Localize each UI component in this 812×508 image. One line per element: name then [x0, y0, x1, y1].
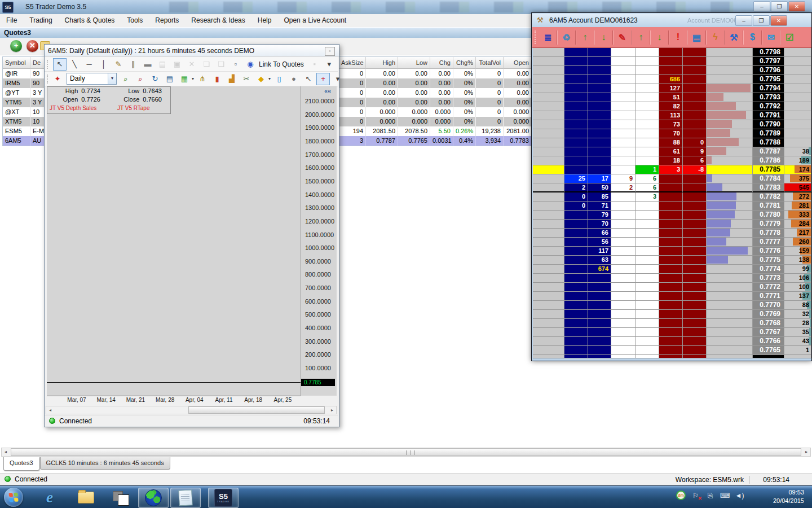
ask-size-cell[interactable] [683, 346, 707, 355]
bid-depth-cell[interactable]: 85 [588, 192, 611, 202]
ask-size-cell[interactable] [683, 301, 707, 310]
toolbar-grip[interactable] [47, 75, 48, 84]
bid-size-cell[interactable] [564, 57, 588, 66]
add-symbol-button[interactable]: + [10, 40, 22, 52]
bid-depth-cell[interactable] [588, 120, 611, 129]
bid-size-cell[interactable] [564, 319, 588, 328]
ask-depth-cell[interactable] [659, 310, 683, 319]
ask-size-cell[interactable] [683, 192, 707, 202]
axis-collapse-icon[interactable]: «« [324, 87, 331, 94]
bid-depth-cell[interactable] [588, 75, 611, 84]
buy-flow-cell[interactable]: 6 [636, 174, 659, 183]
link-to-quotes-icon[interactable]: ◉ [244, 58, 257, 71]
restore-button[interactable]: ❐ [771, 1, 788, 12]
bid-depth-cell[interactable]: 63 [588, 256, 611, 265]
buy-flow-cell[interactable] [636, 229, 659, 238]
buy-flow-cell[interactable]: 1 [636, 165, 659, 174]
tab-gclk5[interactable]: GCLK5 10 minutes : 6 minutes 45 seconds [40, 457, 170, 470]
bid-depth-cell[interactable] [588, 319, 611, 328]
trendline-tool[interactable]: ╲ [68, 58, 81, 71]
rectangle-tool[interactable]: ▬ [141, 58, 155, 71]
ask-size-cell[interactable] [683, 274, 707, 283]
ask-size-cell[interactable] [683, 129, 707, 138]
sell-flow-cell[interactable]: 9 [611, 174, 636, 183]
alert-bell-icon-dropdown-icon[interactable]: ▾ [268, 76, 271, 81]
study-label-depth-sales[interactable]: JT V5 Depth Sales [47, 104, 117, 112]
bid-size-cell[interactable] [564, 301, 588, 310]
bid-depth-cell[interactable] [588, 102, 611, 111]
bid-depth-cell[interactable] [588, 111, 611, 120]
bid-size-cell[interactable] [564, 111, 588, 120]
action-center-icon[interactable]: ⚐✕ [691, 491, 700, 500]
bid-size-cell[interactable] [564, 165, 588, 174]
ask-depth-cell[interactable]: 113 [659, 111, 683, 120]
chart-plot-area[interactable]: High 0.7734 Low 0.7643 Open 0.7726 Close… [47, 86, 301, 396]
bid-size-cell[interactable] [564, 120, 588, 129]
chart-window-menu-button[interactable]: ▫ [325, 47, 335, 56]
buy-flow-cell[interactable] [636, 346, 659, 355]
ask-size-cell[interactable] [683, 310, 707, 319]
alert-bell-icon[interactable]: ◆ [254, 73, 268, 85]
bid-size-cell[interactable] [564, 346, 588, 355]
bid-size-cell[interactable] [564, 292, 588, 301]
bid-size-cell[interactable] [564, 84, 588, 93]
dom-close-button[interactable]: ✕ [770, 15, 787, 26]
buy-flow-cell[interactable] [636, 328, 659, 337]
ask-size-cell[interactable] [683, 120, 707, 129]
bid-depth-cell[interactable]: 117 [588, 247, 611, 256]
buy-flow-cell[interactable] [636, 202, 659, 211]
horizontal-line-tool[interactable]: ─ [82, 58, 96, 71]
sell-flow-cell[interactable] [611, 75, 636, 84]
period-select[interactable]: Daily▾ [67, 73, 117, 85]
buy-flow-cell[interactable]: 6 [636, 183, 659, 192]
ask-depth-cell[interactable]: 88 [659, 138, 683, 147]
ask-size-cell[interactable]: 9 [683, 147, 707, 156]
zoom-in-icon[interactable]: ⌕ [119, 73, 133, 85]
ask-size-cell[interactable] [683, 75, 707, 84]
region-select-tool[interactable]: ▫ [229, 58, 242, 71]
dm-tray-icon[interactable]: dm [676, 491, 686, 500]
bid-size-cell[interactable]: 0 [564, 202, 588, 211]
ask-depth-cell[interactable] [659, 238, 683, 247]
overflow-row1-icon[interactable]: ▾ [323, 58, 336, 71]
buy-flow-cell[interactable] [636, 57, 659, 66]
main-scrollbar-thumb[interactable] [11, 448, 801, 456]
sell-flow-cell[interactable] [611, 310, 636, 319]
ask-depth-cell[interactable] [659, 192, 683, 202]
ask-size-cell[interactable] [683, 220, 707, 229]
sell-flow-cell[interactable] [611, 220, 636, 229]
histogram-icon[interactable]: ▟ [225, 73, 239, 85]
buy-flow-cell[interactable] [636, 220, 659, 229]
ask-depth-cell[interactable] [659, 256, 683, 265]
bid-depth-cell[interactable] [588, 283, 611, 292]
column-header-high[interactable]: High [366, 57, 398, 69]
column-header-chg[interactable]: Chg [430, 57, 453, 69]
chevron-down-icon[interactable]: ▾ [108, 73, 116, 84]
buy-flow-cell[interactable] [636, 301, 659, 310]
sell-flow-cell[interactable]: 2 [611, 183, 636, 192]
bid-depth-cell[interactable] [588, 147, 611, 156]
chat-icon[interactable]: ✉ [764, 30, 778, 45]
bid-depth-cell[interactable]: 17 [588, 174, 611, 183]
bid-depth-cell[interactable] [588, 57, 611, 66]
ask-size-cell[interactable] [683, 102, 707, 111]
buy-flow-cell[interactable] [636, 156, 659, 165]
bid-depth-cell[interactable] [588, 328, 611, 337]
bid-size-cell[interactable] [564, 256, 588, 265]
vertical-line-tool[interactable]: │ [97, 58, 111, 71]
ask-depth-cell[interactable]: 3 [659, 165, 683, 174]
sell-flow-cell[interactable] [611, 48, 636, 57]
ask-depth-cell[interactable] [659, 292, 683, 301]
sell-flow-cell[interactable] [611, 247, 636, 256]
buy-flow-cell[interactable] [636, 211, 659, 220]
sell-flow-cell[interactable] [611, 265, 636, 274]
bid-size-cell[interactable] [564, 274, 588, 283]
ask-size-cell[interactable] [683, 111, 707, 120]
ask-depth-cell[interactable] [659, 283, 683, 292]
bid-size-cell[interactable] [564, 328, 588, 337]
bid-depth-cell[interactable] [588, 165, 611, 174]
structure-icon[interactable]: ⋔ [196, 73, 209, 85]
bid-size-cell[interactable] [564, 129, 588, 138]
bid-depth-cell[interactable] [588, 138, 611, 147]
close-button[interactable]: ✕ [788, 1, 805, 12]
